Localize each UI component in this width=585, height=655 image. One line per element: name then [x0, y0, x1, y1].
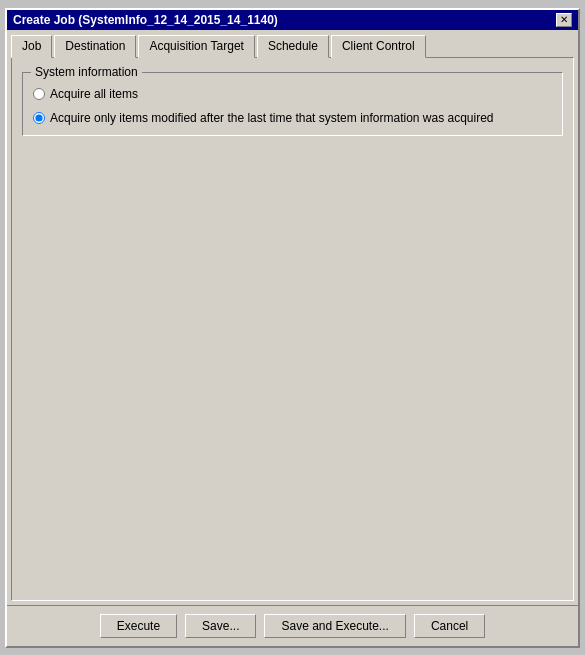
tab-destination[interactable]: Destination	[54, 35, 136, 58]
acquire-all-label[interactable]: Acquire all items	[50, 87, 138, 101]
acquire-modified-label[interactable]: Acquire only items modified after the la…	[50, 111, 494, 125]
main-window: Create Job (SystemInfo_12_14_2015_14_114…	[5, 8, 580, 648]
tab-schedule[interactable]: Schedule	[257, 35, 329, 58]
acquire-modified-row: Acquire only items modified after the la…	[33, 111, 552, 125]
acquire-all-row: Acquire all items	[33, 87, 552, 101]
close-button[interactable]: ✕	[556, 13, 572, 27]
footer: Execute Save... Save and Execute... Canc…	[7, 605, 578, 646]
tab-bar: Job Destination Acquisition Target Sched…	[7, 30, 578, 57]
tab-job[interactable]: Job	[11, 35, 52, 58]
group-legend: System information	[31, 65, 142, 79]
save-and-execute-button[interactable]: Save and Execute...	[264, 614, 405, 638]
save-button[interactable]: Save...	[185, 614, 256, 638]
acquire-all-radio[interactable]	[33, 88, 45, 100]
execute-button[interactable]: Execute	[100, 614, 177, 638]
title-bar: Create Job (SystemInfo_12_14_2015_14_114…	[7, 10, 578, 30]
tab-client-control[interactable]: Client Control	[331, 35, 426, 58]
system-information-group: System information Acquire all items Acq…	[22, 72, 563, 136]
tab-content-acquisition-target: System information Acquire all items Acq…	[11, 57, 574, 601]
tab-acquisition-target[interactable]: Acquisition Target	[138, 35, 255, 58]
acquire-modified-radio[interactable]	[33, 112, 45, 124]
cancel-button[interactable]: Cancel	[414, 614, 485, 638]
window-title: Create Job (SystemInfo_12_14_2015_14_114…	[13, 13, 278, 27]
